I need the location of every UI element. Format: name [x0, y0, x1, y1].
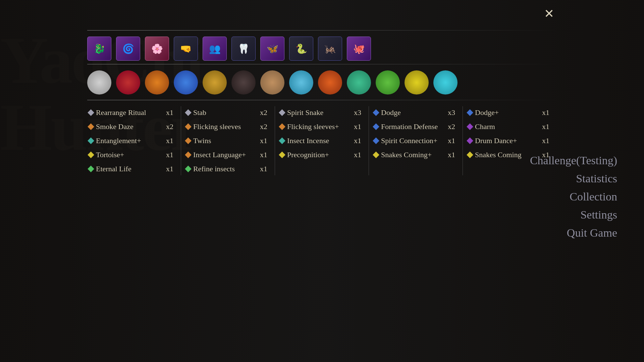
elixir-icon-8 — [318, 70, 342, 95]
deck-item-name: Stab — [193, 108, 257, 117]
deck-item: Spirit Snakex3 — [278, 106, 365, 119]
skill-icon-1: 🌀 — [116, 37, 140, 61]
deck-item-name: Insect Incense — [287, 136, 351, 145]
deck-item-name: Snakes Coming+ — [381, 150, 445, 159]
deck-divider — [87, 100, 557, 100]
deck-item-count: x1 — [354, 122, 364, 131]
deck-item-count: x2 — [260, 122, 270, 131]
deck-item-name: Entanglement+ — [96, 136, 163, 145]
deck-gem-icon — [468, 136, 472, 145]
deck-gem-icon — [280, 136, 284, 145]
deck-item-name: Smoke Daze — [96, 122, 163, 131]
deck-item-name: Dodge+ — [475, 108, 539, 117]
deck-item-name: Eternal Life — [96, 165, 163, 173]
deck-item-name: Formation Defense — [381, 122, 445, 131]
deck-item: Insect Language+x1 — [184, 148, 271, 161]
elixir-icon-12 — [433, 70, 458, 95]
deck-item-name: Charm — [475, 122, 539, 131]
deck-item-count: x3 — [448, 108, 458, 117]
elixir-icon-0 — [87, 70, 111, 95]
deck-item-name: Rearrange Ritual — [96, 108, 163, 117]
elixir-icon-7 — [289, 70, 313, 95]
deck-column-0: Rearrange Ritualx1Smoke Dazex2Entangleme… — [87, 106, 181, 175]
deck-column-1: Stabx2Flicking sleevesx2Twinsx1Insect La… — [181, 106, 275, 175]
deck-item: Entanglement+x1 — [87, 134, 177, 147]
deck-item: Stabx2 — [184, 106, 271, 119]
elixir-icon-11 — [405, 70, 429, 95]
deck-gem-icon — [468, 150, 472, 159]
deck-gem-icon — [89, 136, 93, 145]
deck-item: Twinsx1 — [184, 134, 271, 147]
deck-gem-icon — [89, 122, 93, 131]
deck-gem-icon — [186, 108, 191, 117]
deck-gem-icon — [89, 150, 93, 159]
deck-item-name: Drum Dance+ — [475, 136, 539, 145]
right-menu-item-2[interactable]: Collection — [530, 190, 617, 203]
deck-item-name: Refine insects — [193, 165, 257, 173]
skill-icon-8: 🦗 — [318, 37, 342, 61]
right-menu-item-4[interactable]: Quit Game — [530, 227, 617, 239]
deck-item-name: Spirit Connection+ — [381, 136, 445, 145]
deck-gem-icon — [186, 136, 191, 145]
deck-item: Snakes Coming+x1 — [372, 148, 459, 161]
deck-item: Charmx1 — [466, 120, 553, 133]
skill-icon-5: 🦷 — [231, 37, 256, 61]
deck-item: Drum Dance+x1 — [466, 134, 553, 147]
deck-item: Refine insectsx1 — [184, 163, 271, 175]
deck-gem-icon — [468, 122, 472, 131]
deck-item-count: x1 — [542, 136, 552, 145]
deck-section: Rearrange Ritualx1Smoke Dazex2Entangleme… — [87, 100, 557, 175]
elixir-icon-1 — [116, 70, 140, 95]
elixir-icon-4 — [203, 70, 227, 95]
elixir-icon-9 — [347, 70, 371, 95]
skill-icon-2: 🌸 — [145, 37, 169, 61]
deck-grid: Rearrange Ritualx1Smoke Dazex2Entangleme… — [87, 106, 557, 175]
deck-column-3: Dodgex3Formation Defensex2Spirit Connect… — [369, 106, 463, 175]
elixir-section — [87, 64, 557, 95]
skill-icon-4: 👥 — [203, 37, 227, 61]
elixir-icon-5 — [231, 70, 256, 95]
deck-gem-icon — [186, 122, 191, 131]
deck-item-count: x1 — [166, 150, 176, 159]
deck-item-count: x1 — [448, 136, 458, 145]
deck-item-count: x2 — [260, 108, 270, 117]
deck-item: Insect Incensex1 — [278, 134, 365, 147]
deck-item-count: x1 — [354, 150, 364, 159]
skill-icon-0: 🐉 — [87, 37, 111, 61]
deck-gem-icon — [280, 150, 284, 159]
close-icon: ✕ — [544, 7, 554, 21]
deck-item: Flicking sleevesx2 — [184, 120, 271, 133]
deck-gem-icon — [280, 108, 284, 117]
deck-item-name: Flicking sleeves — [193, 122, 257, 131]
deck-gem-icon — [186, 150, 191, 159]
skill-icon-3: 🤜 — [174, 37, 198, 61]
deck-item: Smoke Dazex2 — [87, 120, 177, 133]
elixir-icon-3 — [174, 70, 198, 95]
deck-item-name: Twins — [193, 136, 257, 145]
deck-item-name: Precognition+ — [287, 150, 351, 159]
deck-gem-icon — [89, 108, 93, 117]
inner-skill-divider — [87, 30, 557, 31]
deck-item: Tortoise+x1 — [87, 148, 177, 161]
right-menu-item-1[interactable]: Statistics — [530, 172, 617, 185]
deck-item: Spirit Connection+x1 — [372, 134, 459, 147]
main-container: ✕ 🐉 🌀 🌸 🤜 👥 🦷 🦋 🐍 🦗 🐙 — [0, 0, 644, 362]
deck-item-count: x1 — [542, 122, 552, 131]
deck-item-count: x1 — [354, 136, 364, 145]
deck-gem-icon — [186, 165, 191, 173]
deck-gem-icon — [374, 108, 378, 117]
deck-column-2: Spirit Snakex3Flicking sleeves+x1Insect … — [275, 106, 369, 175]
deck-item-count: x1 — [166, 136, 176, 145]
deck-gem-icon — [468, 108, 472, 117]
skill-icon-6: 🦋 — [260, 37, 284, 61]
deck-item-count: x1 — [166, 108, 176, 117]
deck-gem-icon — [89, 165, 93, 173]
top-bar: ✕ — [0, 0, 644, 24]
right-menu-item-3[interactable]: Settings — [530, 208, 617, 221]
deck-item-count: x1 — [260, 136, 270, 145]
content-area: 🐉 🌀 🌸 🤜 👥 🦷 🦋 🐍 🦗 🐙 — [0, 24, 644, 175]
deck-item-count: x2 — [166, 122, 176, 131]
right-menu-item-0[interactable]: Challenge(Testing) — [530, 154, 617, 167]
back-button[interactable]: ✕ — [544, 7, 557, 21]
deck-item-count: x1 — [542, 108, 552, 117]
